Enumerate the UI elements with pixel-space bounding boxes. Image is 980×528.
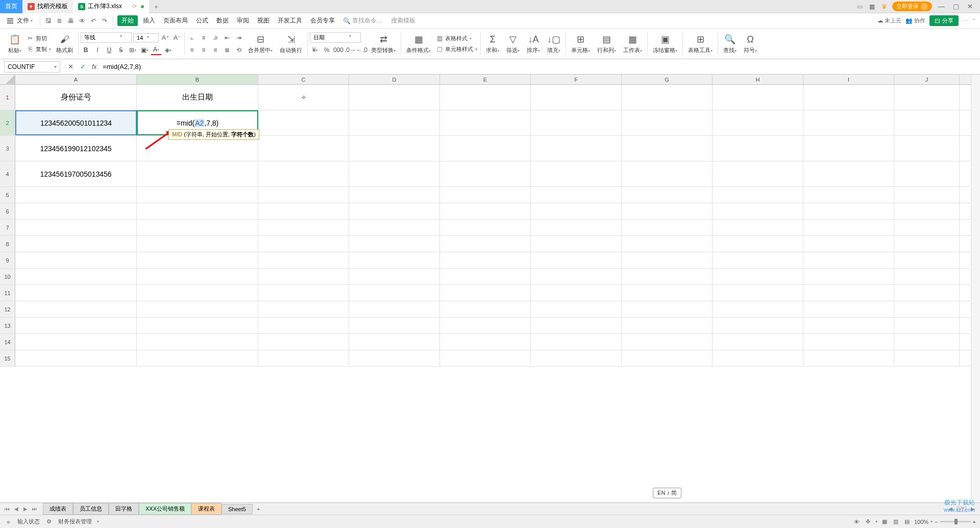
indent-inc-button[interactable]: ⇥ (234, 33, 244, 43)
cell[interactable] (15, 236, 137, 252)
filter-button[interactable]: ▽筛选▾ (506, 33, 520, 54)
col-header-g[interactable]: G (622, 75, 713, 84)
cell[interactable] (349, 334, 440, 350)
align-bottom-button[interactable]: ⫡ (210, 33, 220, 43)
cell-j1[interactable] (894, 85, 960, 110)
border-button[interactable]: ⊞▾ (128, 45, 138, 55)
cell-i3[interactable] (803, 136, 894, 161)
cell[interactable] (894, 269, 960, 284)
row-header-12[interactable]: 12 (0, 301, 15, 317)
cell[interactable] (713, 285, 803, 301)
align-center-button[interactable]: ≡ (199, 45, 209, 55)
saveas-icon[interactable]: 🗎 (56, 17, 64, 25)
sheet-tab-3[interactable]: XXX公司销售额 (139, 503, 191, 515)
coop-button[interactable]: 👥协作 (905, 17, 925, 25)
cell-a3[interactable]: 123456199012102345 (15, 136, 137, 161)
cell[interactable] (137, 220, 258, 235)
cell[interactable] (258, 334, 349, 350)
increase-font-button[interactable]: A⁺ (160, 33, 170, 43)
table-style-button[interactable]: ▥表格样式▾ (435, 34, 478, 43)
col-header-h[interactable]: H (713, 75, 803, 84)
cell[interactable] (440, 285, 531, 301)
maximize-button[interactable]: ▢ (951, 3, 961, 10)
cell[interactable] (894, 318, 960, 333)
row-header-11[interactable]: 11 (0, 285, 15, 301)
cell[interactable] (137, 187, 258, 203)
cell[interactable] (15, 334, 137, 350)
workbook-tab[interactable]: S 工作簿3.xlsx ⟳ (73, 0, 149, 13)
cell[interactable] (531, 285, 622, 301)
zoom-in-button[interactable]: + (973, 519, 976, 525)
sheet-prev-button[interactable]: ◀ (12, 505, 20, 513)
symbol-button[interactable]: Ω符号▾ (744, 33, 757, 54)
fill-button[interactable]: ↓▢填充▾ (547, 33, 560, 54)
cell[interactable] (803, 252, 894, 268)
cell-g3[interactable] (622, 136, 713, 161)
view-break-icon[interactable]: ▤ (903, 518, 911, 526)
cell[interactable] (894, 203, 960, 219)
cell-g4[interactable] (622, 161, 713, 186)
target-icon[interactable]: ✜ (864, 518, 872, 526)
cell[interactable] (713, 187, 803, 203)
mgmt-label[interactable]: 财务报表管理 (58, 518, 92, 525)
cell[interactable] (622, 269, 713, 284)
cell[interactable] (894, 220, 960, 235)
cell-a1[interactable]: 身份证号 (15, 85, 137, 110)
cell[interactable] (137, 236, 258, 252)
cell[interactable] (622, 187, 713, 203)
row-header-7[interactable]: 7 (0, 220, 15, 235)
indent-dec-button[interactable]: ⇤ (222, 33, 232, 43)
align-right-button[interactable]: ≡ (210, 45, 220, 55)
zoom-control[interactable]: 100% ▾ − + (914, 519, 976, 525)
sheet-tab-0[interactable]: 成绩表 (43, 503, 73, 515)
cell[interactable] (531, 318, 622, 333)
cell[interactable] (531, 252, 622, 268)
cell-c4[interactable] (258, 161, 349, 186)
save-icon[interactable]: 🖫 (44, 17, 53, 25)
font-select[interactable]: 等线▾ (81, 32, 132, 43)
cell[interactable] (440, 350, 531, 366)
cell[interactable] (137, 334, 258, 350)
name-box[interactable]: COUNTIF ▾ (4, 61, 60, 73)
print-icon[interactable]: 🖶 (67, 17, 75, 25)
cell[interactable] (894, 252, 960, 268)
tab-data[interactable]: 数据 (213, 15, 232, 27)
cell[interactable] (137, 350, 258, 366)
crown-icon[interactable]: ♛ (880, 3, 888, 11)
cell[interactable] (531, 334, 622, 350)
cell[interactable] (622, 301, 713, 317)
tab-view[interactable]: 视图 (254, 15, 273, 27)
cell[interactable] (622, 220, 713, 235)
cell[interactable] (15, 220, 137, 235)
cell-b4[interactable] (137, 161, 258, 186)
row-header-13[interactable]: 13 (0, 318, 15, 333)
cell[interactable] (440, 236, 531, 252)
cell-g1[interactable] (622, 85, 713, 110)
cell-d3[interactable] (349, 136, 440, 161)
worksheet-button[interactable]: ▦工作表▾ (623, 33, 642, 54)
row-header-1[interactable]: 1 (0, 85, 15, 110)
align-middle-button[interactable]: ≡ (199, 33, 209, 43)
cell[interactable] (440, 220, 531, 235)
align-left-button[interactable]: ≡ (187, 45, 197, 55)
row-header-14[interactable]: 14 (0, 334, 15, 350)
cell-i4[interactable] (803, 161, 894, 186)
row-header-9[interactable]: 9 (0, 252, 15, 268)
cell-b2[interactable]: =mid(A2,7,8) MID (字符串, 开始位置, 字符个数) (137, 110, 258, 135)
tab-insert[interactable]: 插入 (140, 15, 158, 27)
orientation-button[interactable]: ⟲ (234, 45, 244, 55)
undo-icon[interactable]: ↶ (89, 17, 97, 25)
cell-h1[interactable] (713, 85, 803, 110)
cell[interactable] (713, 334, 803, 350)
col-header-b[interactable]: B (137, 75, 258, 84)
cell[interactable] (15, 252, 137, 268)
cell-i1[interactable] (803, 85, 894, 110)
cell[interactable] (258, 269, 349, 284)
cell[interactable] (713, 252, 803, 268)
cell-j3[interactable] (894, 136, 960, 161)
col-header-i[interactable]: I (803, 75, 894, 84)
close-button[interactable]: ✕ (965, 3, 975, 10)
ime-badge[interactable]: EN ♪ 简 (653, 488, 681, 498)
cut-button[interactable]: ✂剪切 (26, 34, 52, 43)
font-color-button[interactable]: A▾ (151, 45, 161, 55)
